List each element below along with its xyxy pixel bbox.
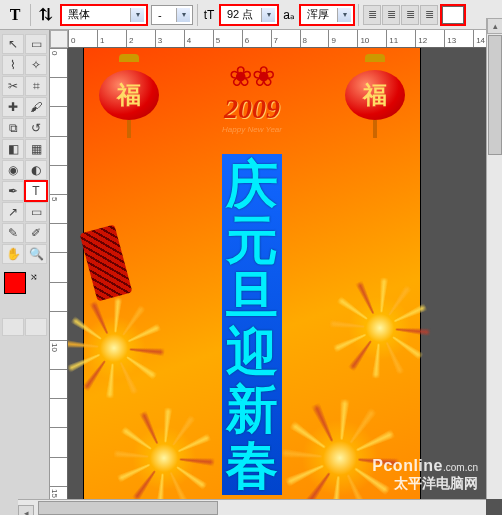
scrollbar-vertical[interactable]: ▴ bbox=[486, 18, 502, 499]
dodge-tool[interactable]: ◐ bbox=[25, 160, 47, 180]
anti-alias-value: 浑厚 bbox=[303, 7, 337, 22]
vertical-char: 春 bbox=[226, 437, 278, 493]
type-tool[interactable]: T bbox=[25, 181, 47, 201]
ruler-corner bbox=[50, 30, 68, 48]
ruler-tick bbox=[50, 223, 67, 252]
color-picker: ⤭ bbox=[2, 272, 42, 312]
brush-tool[interactable]: 🖌 bbox=[25, 97, 47, 117]
scroll-thumb[interactable] bbox=[38, 501, 218, 515]
ruler-tick: 4 bbox=[184, 30, 213, 47]
notes-tool[interactable]: ✎ bbox=[2, 223, 24, 243]
font-family-dropdown[interactable]: 黑体 ▾ bbox=[61, 5, 147, 25]
move-tool[interactable]: ↖ bbox=[2, 34, 24, 54]
artwork: 福 福 ❀❀ 2009 Happy New Year bbox=[84, 48, 420, 513]
divider bbox=[30, 4, 31, 26]
gradient-tool[interactable]: ▦ bbox=[25, 139, 47, 159]
ornament-icon: ❀❀ bbox=[222, 60, 282, 93]
zoom-tool[interactable]: 🔍 bbox=[25, 244, 47, 264]
crop-tool[interactable]: ✂ bbox=[2, 76, 24, 96]
text-orientation-button[interactable]: ⇅ bbox=[35, 4, 57, 26]
chevron-down-icon: ▾ bbox=[261, 8, 275, 22]
chevron-down-icon: ▾ bbox=[176, 8, 190, 22]
scroll-thumb[interactable] bbox=[488, 35, 502, 155]
align-justify-button[interactable]: ≣ bbox=[420, 5, 438, 25]
align-top-button[interactable]: ≣ bbox=[363, 5, 381, 25]
ruler-tick bbox=[50, 165, 67, 194]
vertical-char: 旦 bbox=[226, 268, 278, 324]
ruler-tick: 13 bbox=[444, 30, 473, 47]
swap-colors-icon[interactable]: ⤭ bbox=[30, 272, 38, 282]
ruler-tick bbox=[50, 282, 67, 311]
ruler-tick: 6 bbox=[242, 30, 271, 47]
healing-brush-tool[interactable]: ✚ bbox=[2, 97, 24, 117]
eyedropper-tool[interactable]: ✐ bbox=[25, 223, 47, 243]
workspace: ↖▭⌇✧✂⌗✚🖌⧉↺◧▦◉◐✒T↗▭✎✐✋🔍 ⤭ 012345678910111… bbox=[0, 30, 502, 515]
hand-tool[interactable]: ✋ bbox=[2, 244, 24, 264]
chevron-down-icon: ▾ bbox=[337, 8, 351, 22]
align-bottom-button[interactable]: ≣ bbox=[401, 5, 419, 25]
firework-graphic bbox=[280, 398, 400, 515]
ruler-tick bbox=[50, 457, 67, 486]
font-size-value: 92 点 bbox=[223, 7, 261, 22]
blur-tool[interactable]: ◉ bbox=[2, 160, 24, 180]
vertical-char: 庆 bbox=[226, 156, 278, 212]
align-middle-button[interactable]: ≣ bbox=[382, 5, 400, 25]
font-size-dropdown[interactable]: 92 点 ▾ bbox=[220, 5, 278, 25]
stamp-tool[interactable]: ⧉ bbox=[2, 118, 24, 138]
lasso-tool[interactable]: ⌇ bbox=[2, 55, 24, 75]
ruler-tick: 3 bbox=[155, 30, 184, 47]
ruler-tick: 1 bbox=[97, 30, 126, 47]
canvas-area: 01234567891011121314 051015 福 福 bbox=[50, 30, 502, 515]
marquee-tool[interactable]: ▭ bbox=[25, 34, 47, 54]
ruler-tick: 5 bbox=[213, 30, 242, 47]
year-text: 2009 bbox=[222, 93, 282, 125]
slice-tool[interactable]: ⌗ bbox=[25, 76, 47, 96]
scroll-left-button[interactable]: ◂ bbox=[18, 505, 34, 515]
firework-graphic bbox=[68, 298, 164, 398]
tools-panel: ↖▭⌇✧✂⌗✚🖌⧉↺◧▦◉◐✒T↗▭✎✐✋🔍 ⤭ bbox=[0, 30, 50, 515]
lantern-right: 福 bbox=[340, 54, 410, 132]
chevron-down-icon: ▾ bbox=[130, 8, 144, 22]
ornament-center: ❀❀ 2009 Happy New Year bbox=[222, 60, 282, 134]
scrollbar-horizontal[interactable]: ◂ bbox=[18, 499, 486, 515]
ruler-tick: 10 bbox=[50, 340, 67, 369]
ruler-horizontal: 01234567891011121314 bbox=[68, 30, 502, 48]
eraser-tool[interactable]: ◧ bbox=[2, 139, 24, 159]
path-select-tool[interactable]: ↗ bbox=[2, 202, 24, 222]
vertical-char: 迎 bbox=[226, 324, 278, 380]
magic-wand-tool[interactable]: ✧ bbox=[25, 55, 47, 75]
font-size-icon: tT bbox=[202, 8, 216, 22]
ruler-tick bbox=[50, 427, 67, 456]
vertical-text-block[interactable]: 庆元旦迎新春 bbox=[222, 154, 282, 495]
ruler-tick: 0 bbox=[50, 48, 67, 77]
firework-graphic bbox=[330, 278, 430, 378]
foreground-color-swatch[interactable] bbox=[4, 272, 26, 294]
watermark-domain: .com.cn bbox=[443, 462, 478, 473]
lantern-char: 福 bbox=[363, 79, 387, 111]
ruler-tick bbox=[50, 77, 67, 106]
ruler-tick: 5 bbox=[50, 194, 67, 223]
ruler-tick bbox=[50, 136, 67, 165]
ruler-tick bbox=[50, 252, 67, 281]
shape-tool[interactable]: ▭ bbox=[25, 202, 47, 222]
ruler-tick bbox=[50, 398, 67, 427]
text-align-group: ≣ ≣ ≣ ≣ bbox=[363, 5, 438, 25]
vertical-char: 元 bbox=[226, 212, 278, 268]
quickmask-mode-button[interactable] bbox=[25, 318, 47, 336]
history-brush-tool[interactable]: ↺ bbox=[25, 118, 47, 138]
lantern-char: 福 bbox=[117, 79, 141, 111]
ruler-tick bbox=[50, 369, 67, 398]
font-style-dropdown[interactable]: - ▾ bbox=[151, 5, 193, 25]
ruler-tick: 7 bbox=[271, 30, 300, 47]
subtitle-text: Happy New Year bbox=[222, 125, 282, 134]
standard-mode-button[interactable] bbox=[2, 318, 24, 336]
divider bbox=[197, 4, 198, 26]
anti-alias-icon: aₐ bbox=[282, 8, 296, 22]
active-tool-icon: T bbox=[4, 4, 26, 26]
document-canvas[interactable]: 福 福 ❀❀ 2009 Happy New Year bbox=[68, 48, 502, 515]
anti-alias-dropdown[interactable]: 浑厚 ▾ bbox=[300, 5, 354, 25]
pen-tool[interactable]: ✒ bbox=[2, 181, 24, 201]
text-color-swatch[interactable] bbox=[442, 6, 464, 24]
scroll-up-button[interactable]: ▴ bbox=[487, 18, 502, 34]
ruler-tick: 9 bbox=[328, 30, 357, 47]
